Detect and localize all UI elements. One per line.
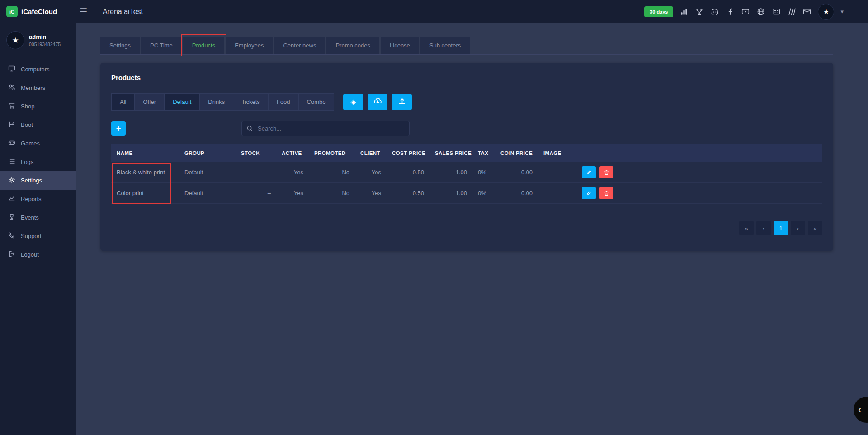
gamepad-icon xyxy=(8,139,15,148)
sidebar-item-shop[interactable]: Shop xyxy=(0,97,76,116)
sidebar-user-name: admin xyxy=(29,33,61,40)
cell-tax: 0% xyxy=(472,169,495,176)
sidebar-item-label: Logs xyxy=(21,159,33,165)
delete-product-button[interactable] xyxy=(599,166,613,178)
pencil-icon xyxy=(586,190,592,196)
subtab-drinks[interactable]: Drinks xyxy=(199,93,233,111)
cell-coin-price: 0.00 xyxy=(495,169,538,176)
tab-sub-centers[interactable]: Sub centers xyxy=(420,37,470,54)
app-logo-icon: iC xyxy=(6,6,18,17)
mail-icon[interactable] xyxy=(802,7,811,16)
col-sales-price: SALES PRICE xyxy=(429,150,472,156)
table-row: Color print Default – Yes No Yes 0.50 1.… xyxy=(111,183,822,204)
subtab-food[interactable]: Food xyxy=(268,93,298,111)
sidebar-item-reports[interactable]: Reports xyxy=(0,190,76,208)
cell-tax: 0% xyxy=(472,190,495,196)
sidebar-item-label: Events xyxy=(21,214,39,221)
tab-employees[interactable]: Employees xyxy=(226,37,273,54)
sidebar-item-computers[interactable]: Computers xyxy=(0,60,76,79)
list-icon xyxy=(8,158,15,166)
pagination-first[interactable]: « xyxy=(739,221,754,235)
id-card-icon[interactable] xyxy=(772,7,781,16)
chart-icon xyxy=(8,195,15,203)
sidebar-item-members[interactable]: Members xyxy=(0,79,76,97)
discord-icon[interactable] xyxy=(710,7,719,16)
delete-product-button[interactable] xyxy=(599,187,613,199)
sidebar-item-support[interactable]: Support xyxy=(0,227,76,245)
pencil-icon xyxy=(586,169,592,175)
youtube-icon[interactable] xyxy=(741,7,750,16)
cell-promoted: No xyxy=(309,190,355,196)
sidebar-user[interactable]: ★ admin 005193482475 xyxy=(0,23,76,60)
search-icon xyxy=(246,125,253,132)
main-content: Settings PC Time Products Employees Cent… xyxy=(76,23,868,435)
user-avatar[interactable]: ★ xyxy=(818,4,834,20)
sidebar-item-events[interactable]: Events xyxy=(0,208,76,227)
trophy-icon[interactable] xyxy=(695,7,704,16)
tab-center-news[interactable]: Center news xyxy=(274,37,325,54)
members-icon xyxy=(8,84,15,92)
chevron-down-icon[interactable]: ▾ xyxy=(840,8,844,15)
tab-products[interactable]: Products xyxy=(183,37,224,54)
facebook-icon[interactable] xyxy=(726,7,735,16)
col-active: ACTIVE xyxy=(276,150,309,156)
upload-button[interactable] xyxy=(392,94,412,110)
sidebar-item-label: Shop xyxy=(21,103,34,110)
hamburger-menu-button[interactable]: ☰ xyxy=(76,5,91,19)
trash-icon xyxy=(604,169,609,175)
products-card: Products All Offer Default Drinks Ticket… xyxy=(100,63,833,251)
tab-settings[interactable]: Settings xyxy=(100,37,140,54)
globe-icon[interactable] xyxy=(756,7,765,16)
cloud-download-icon xyxy=(374,97,382,107)
gear-icon xyxy=(8,176,15,185)
table-row: Black & white print Default – Yes No Yes… xyxy=(111,162,822,183)
col-stock: STOCK xyxy=(236,150,276,156)
cloud-import-button[interactable] xyxy=(368,94,387,110)
glassdoor-icon[interactable] xyxy=(787,7,796,16)
sidebar-item-boot[interactable]: Boot xyxy=(0,116,76,134)
license-days-badge[interactable]: 30 days xyxy=(644,6,673,17)
cell-name: Black & white print xyxy=(111,169,179,176)
tab-pc-time[interactable]: PC Time xyxy=(141,37,182,54)
cell-cost-price: 0.50 xyxy=(387,190,429,196)
add-product-button[interactable]: + xyxy=(111,121,126,136)
cell-client: Yes xyxy=(355,190,387,196)
tab-promo-codes[interactable]: Promo codes xyxy=(326,37,379,54)
brand[interactable]: iC iCafeCloud xyxy=(0,6,76,17)
manage-groups-button[interactable]: ◈ xyxy=(343,94,363,110)
tab-license[interactable]: License xyxy=(381,37,419,54)
pagination-page-1[interactable]: 1 xyxy=(774,221,788,235)
subtab-combo[interactable]: Combo xyxy=(298,93,335,111)
ads-bars-icon[interactable] xyxy=(679,7,689,16)
edit-product-button[interactable] xyxy=(582,187,596,199)
sidebar-item-label: Games xyxy=(21,140,40,147)
trash-icon xyxy=(604,190,609,196)
edit-product-button[interactable] xyxy=(582,166,596,178)
pagination-last[interactable]: » xyxy=(808,221,822,235)
subtab-offer[interactable]: Offer xyxy=(134,93,164,111)
pagination-next[interactable]: › xyxy=(791,221,805,235)
sidebar-item-label: Support xyxy=(21,233,42,239)
search-input[interactable] xyxy=(257,125,405,132)
sidebar-item-label: Boot xyxy=(21,122,33,128)
sidebar-item-logout[interactable]: Logout xyxy=(0,245,76,264)
sidebar-item-settings[interactable]: Settings xyxy=(0,171,76,190)
pagination-prev[interactable]: ‹ xyxy=(756,221,771,235)
cell-active: Yes xyxy=(276,169,309,176)
medal-icon xyxy=(8,213,15,222)
sidebar-item-logs[interactable]: Logs xyxy=(0,153,76,171)
cart-icon xyxy=(8,102,15,111)
cell-actions xyxy=(576,166,822,178)
cell-sales-price: 1.00 xyxy=(429,169,472,176)
cell-client: Yes xyxy=(355,169,387,176)
subtab-default[interactable]: Default xyxy=(164,93,199,111)
sidebar-user-id: 005193482475 xyxy=(29,42,61,47)
cell-stock: – xyxy=(236,190,276,196)
sidebar-item-games[interactable]: Games xyxy=(0,134,76,153)
col-coin-price: COIN PRICE xyxy=(495,150,538,156)
col-cost-price: COST PRICE xyxy=(387,150,429,156)
cell-name: Color print xyxy=(111,190,179,196)
subtab-tickets[interactable]: Tickets xyxy=(233,93,268,111)
computers-icon xyxy=(8,65,15,74)
subtab-all[interactable]: All xyxy=(111,93,134,111)
